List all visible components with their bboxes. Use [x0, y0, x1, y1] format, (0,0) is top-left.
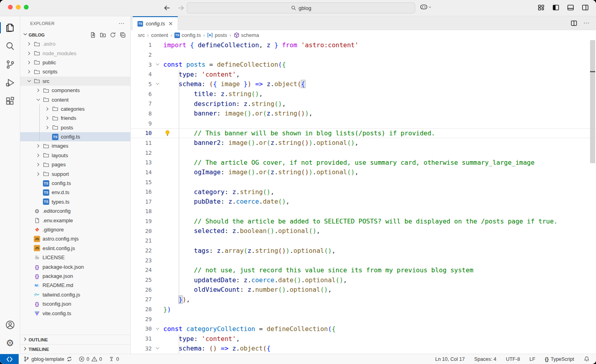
split-editor-icon[interactable] [571, 20, 577, 27]
code-line-15[interactable]: 15 [131, 177, 596, 187]
tab-config-ts[interactable]: TS config.ts [133, 16, 178, 30]
collapse-all-icon[interactable] [119, 31, 126, 39]
line-number[interactable]: 24 [131, 267, 152, 273]
code-line-22[interactable]: 22 tags: z.array(z.string()).optional(), [131, 246, 596, 256]
tree-item-eslint-config-js[interactable]: JSeslint.config.js [20, 244, 130, 253]
fold-chevron-icon[interactable] [155, 346, 160, 351]
tree-item-posts[interactable]: posts [20, 123, 130, 132]
code-line-6[interactable]: 6 title: z.string(), [131, 89, 596, 99]
code-line-25[interactable]: 25 updatedDate: z.coerce.date().optional… [131, 275, 596, 285]
code-line-12[interactable]: 12 [131, 148, 596, 158]
remote-indicator[interactable] [0, 354, 19, 364]
panel-timeline[interactable]: TIMELINE [20, 344, 130, 354]
project-section-header[interactable]: GBLOG [20, 30, 130, 39]
tree-item-package-json[interactable]: {}package.json [20, 272, 130, 281]
close-window-button[interactable] [8, 5, 13, 10]
status-eol[interactable]: LF [530, 356, 536, 362]
status-language-mode[interactable]: {}TypeScript [545, 356, 574, 362]
line-number[interactable]: 30 [131, 325, 152, 332]
breadcrumb-item-content[interactable]: content [151, 32, 168, 38]
line-number[interactable]: 14 [131, 169, 152, 175]
line-number[interactable]: 17 [131, 198, 152, 205]
tree-item-node-modules[interactable]: node_modules [20, 48, 130, 58]
code-editor[interactable]: 1import { defineCollection, z } from 'as… [131, 40, 596, 354]
tree-item-categories[interactable]: categories [20, 104, 130, 114]
line-number[interactable]: 28 [131, 306, 152, 312]
tree-item-images[interactable]: images [20, 141, 130, 150]
panel-right-icon[interactable] [581, 3, 590, 12]
status-source-control-status[interactable]: gblog-template [23, 356, 72, 362]
ellipsis-icon[interactable]: ⋯ [583, 19, 590, 27]
line-number[interactable]: 15 [131, 179, 152, 185]
tree-item-env-d-ts[interactable]: TSenv.d.ts [20, 188, 130, 197]
code-line-29[interactable]: 29 [131, 314, 596, 324]
tree-item-config-ts[interactable]: TSconfig.ts [20, 132, 130, 141]
tree-item-config-ts[interactable]: TSconfig.ts [20, 179, 130, 188]
breadcrumb-item-posts[interactable]: posts [207, 32, 227, 38]
code-line-14[interactable]: 14 ogImage: image().or(z.string()).optio… [131, 168, 596, 177]
tree-item-gitignore[interactable]: .gitignore [20, 225, 130, 234]
tree-item-readme-md[interactable]: M↓README.md [20, 281, 130, 290]
tree-item-license[interactable]: LICENSE [20, 253, 130, 262]
code-line-9[interactable]: 9 [131, 118, 596, 128]
code-line-3[interactable]: 3const posts = defineCollection({ [131, 60, 596, 69]
code-line-4[interactable]: 4 type: 'content', [131, 69, 596, 79]
code-line-10[interactable]: 10 // This banner will be shown in blog … [131, 128, 596, 138]
line-number[interactable]: 29 [131, 316, 152, 322]
code-line-28[interactable]: 28}) [131, 304, 596, 314]
status-notifications[interactable] [584, 356, 590, 362]
tree-item-astro-config-mjs[interactable]: JSastro.config.mjs [20, 234, 130, 243]
line-number[interactable]: 26 [131, 287, 152, 293]
panel-left-icon[interactable] [551, 3, 560, 12]
activity-item-source-control[interactable] [0, 55, 20, 73]
code-line-11[interactable]: 11 banner2: image().or(z.string()).optio… [131, 138, 596, 148]
activity-item-manage[interactable]: ⚙ [0, 334, 20, 352]
code-line-7[interactable]: 7 description: z.string(), [131, 99, 596, 109]
activity-item-search[interactable] [0, 37, 20, 55]
code-line-5[interactable]: 5 schema: ({ image }) => z.object({ [131, 79, 596, 89]
tree-item-tsconfig-json[interactable]: {}tsconfig.json [20, 299, 130, 308]
editor-scrollbar[interactable] [590, 40, 595, 163]
line-number[interactable]: 12 [131, 150, 152, 156]
go-back-button[interactable] [161, 2, 172, 13]
line-number[interactable]: 21 [131, 237, 152, 244]
minimize-window-button[interactable] [16, 5, 21, 10]
refresh-icon[interactable] [109, 31, 116, 39]
tree-item-public[interactable]: public [20, 58, 130, 67]
activity-item-run-and-debug[interactable] [0, 73, 20, 92]
tree-item-vite-config-ts[interactable]: vite.config.ts [20, 308, 130, 318]
activity-item-accounts[interactable] [0, 316, 20, 334]
panel-outline[interactable]: OUTLINE [20, 335, 130, 344]
status-ports[interactable]: 0 [108, 356, 119, 362]
code-line-23[interactable]: 23 [131, 255, 596, 265]
tree-item-types-ts[interactable]: TStypes.ts [20, 197, 130, 206]
tree-item-content[interactable]: content [20, 95, 130, 104]
line-number[interactable]: 19 [131, 218, 152, 224]
breadcrumb-item-config-ts[interactable]: TSconfig.ts [174, 32, 201, 38]
tree-item-components[interactable]: components [20, 86, 130, 95]
line-number[interactable]: 11 [131, 140, 152, 146]
line-number[interactable]: 8 [131, 110, 152, 117]
line-number[interactable]: 23 [131, 257, 152, 264]
code-line-17[interactable]: 17 pubDate: z.coerce.date(), [131, 197, 596, 207]
line-number[interactable]: 32 [131, 345, 152, 352]
code-line-24[interactable]: 24 // not use, just record this value si… [131, 265, 596, 275]
fold-chevron-icon[interactable] [155, 81, 160, 87]
copilot-menu[interactable] [420, 3, 432, 11]
tree-item-friends[interactable]: friends [20, 114, 130, 123]
line-number[interactable]: 31 [131, 335, 152, 342]
line-number[interactable]: 5 [131, 81, 152, 87]
tree-item-editorconfig[interactable]: ⚙.editorconfig [20, 206, 130, 216]
code-line-26[interactable]: 26 oldViewCount: z.number().optional(), [131, 285, 596, 295]
fold-chevron-icon[interactable] [155, 62, 160, 67]
activity-item-explorer[interactable] [0, 19, 20, 37]
status-indentation[interactable]: Spaces: 4 [474, 356, 497, 362]
line-number[interactable]: 25 [131, 277, 152, 283]
tree-item-pages[interactable]: pages [20, 160, 130, 169]
new-folder-icon[interactable] [99, 31, 106, 39]
zoom-window-button[interactable] [24, 5, 29, 10]
breadcrumb-item-schema[interactable]: schema [234, 32, 259, 38]
line-number[interactable]: 3 [131, 62, 152, 68]
code-line-1[interactable]: 1import { defineCollection, z } from 'as… [131, 40, 596, 50]
code-line-8[interactable]: 8 banner: image().or(z.string()), [131, 109, 596, 119]
